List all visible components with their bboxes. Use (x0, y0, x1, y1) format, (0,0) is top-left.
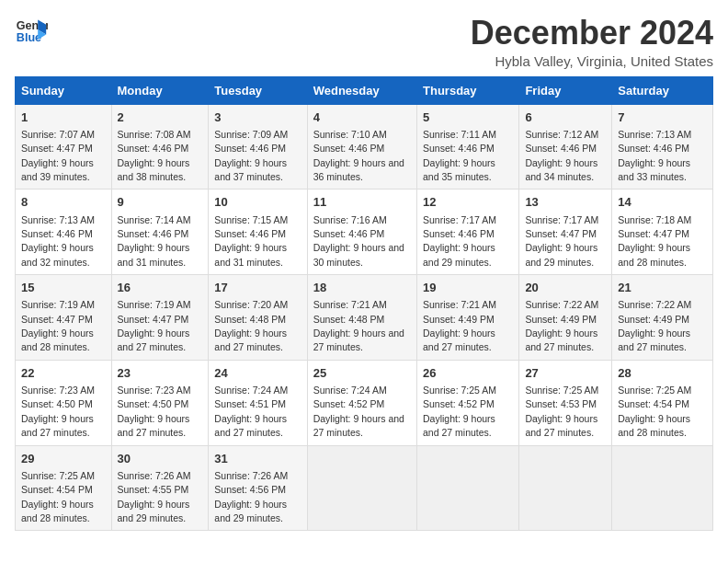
day-info: Sunrise: 7:08 AMSunset: 4:46 PMDaylight:… (118, 129, 191, 182)
col-header-thursday: Thursday (417, 76, 519, 104)
week-row-4: 22Sunrise: 7:23 AMSunset: 4:50 PMDayligh… (16, 360, 713, 445)
day-number: 1 (21, 109, 106, 126)
calendar-cell: 1Sunrise: 7:07 AMSunset: 4:47 PMDaylight… (16, 104, 112, 190)
day-number: 2 (118, 109, 203, 126)
day-number: 5 (423, 109, 513, 126)
col-header-monday: Monday (111, 76, 209, 104)
calendar-cell: 12Sunrise: 7:17 AMSunset: 4:46 PMDayligh… (417, 190, 519, 275)
day-number: 22 (21, 365, 106, 382)
calendar-cell: 29Sunrise: 7:25 AMSunset: 4:54 PMDayligh… (16, 445, 112, 531)
calendar-cell: 26Sunrise: 7:25 AMSunset: 4:52 PMDayligh… (417, 360, 519, 445)
day-number: 27 (525, 365, 606, 382)
calendar-cell: 30Sunrise: 7:26 AMSunset: 4:55 PMDayligh… (111, 445, 209, 531)
day-info: Sunrise: 7:18 AMSunset: 4:47 PMDaylight:… (618, 214, 691, 268)
col-header-saturday: Saturday (612, 76, 713, 104)
calendar-cell: 27Sunrise: 7:25 AMSunset: 4:53 PMDayligh… (519, 360, 612, 445)
day-info: Sunrise: 7:25 AMSunset: 4:53 PMDaylight:… (525, 385, 598, 438)
calendar-cell: 2Sunrise: 7:08 AMSunset: 4:46 PMDaylight… (111, 104, 209, 190)
calendar-cell: 6Sunrise: 7:12 AMSunset: 4:46 PMDaylight… (519, 104, 612, 190)
day-info: Sunrise: 7:21 AMSunset: 4:48 PMDaylight:… (313, 299, 404, 352)
week-row-1: 1Sunrise: 7:07 AMSunset: 4:47 PMDaylight… (16, 104, 713, 190)
day-info: Sunrise: 7:07 AMSunset: 4:47 PMDaylight:… (21, 129, 95, 182)
day-number: 6 (525, 109, 606, 126)
day-number: 19 (423, 280, 513, 296)
day-number: 17 (214, 280, 301, 296)
day-info: Sunrise: 7:17 AMSunset: 4:46 PMDaylight:… (423, 214, 496, 268)
day-info: Sunrise: 7:23 AMSunset: 4:50 PMDaylight:… (118, 385, 191, 438)
day-number: 15 (21, 280, 106, 296)
day-info: Sunrise: 7:24 AMSunset: 4:51 PMDaylight:… (214, 385, 288, 438)
week-row-3: 15Sunrise: 7:19 AMSunset: 4:47 PMDayligh… (16, 275, 713, 361)
day-number: 13 (525, 194, 606, 211)
day-info: Sunrise: 7:17 AMSunset: 4:47 PMDaylight:… (525, 214, 598, 268)
day-info: Sunrise: 7:12 AMSunset: 4:46 PMDaylight:… (525, 129, 598, 182)
day-number: 8 (21, 194, 106, 211)
day-number: 4 (313, 109, 411, 126)
day-info: Sunrise: 7:24 AMSunset: 4:52 PMDaylight:… (313, 385, 404, 438)
calendar-table: SundayMondayTuesdayWednesdayThursdayFrid… (15, 76, 713, 532)
day-info: Sunrise: 7:19 AMSunset: 4:47 PMDaylight:… (21, 299, 95, 352)
day-number: 3 (214, 109, 301, 126)
calendar-cell: 25Sunrise: 7:24 AMSunset: 4:52 PMDayligh… (307, 360, 416, 445)
day-info: Sunrise: 7:21 AMSunset: 4:49 PMDaylight:… (423, 299, 496, 352)
week-row-5: 29Sunrise: 7:25 AMSunset: 4:54 PMDayligh… (16, 445, 713, 531)
day-number: 25 (313, 365, 411, 382)
title-block: December 2024 Hybla Valley, Virginia, Un… (471, 15, 713, 69)
calendar-cell (612, 445, 713, 531)
day-info: Sunrise: 7:22 AMSunset: 4:49 PMDaylight:… (618, 299, 691, 352)
day-info: Sunrise: 7:20 AMSunset: 4:48 PMDaylight:… (214, 299, 288, 352)
week-row-2: 8Sunrise: 7:13 AMSunset: 4:46 PMDaylight… (16, 190, 713, 275)
logo-icon: General Blue (15, 15, 48, 48)
calendar-cell (417, 445, 519, 531)
calendar-cell: 7Sunrise: 7:13 AMSunset: 4:46 PMDaylight… (612, 104, 713, 190)
col-header-wednesday: Wednesday (307, 76, 416, 104)
calendar-cell: 21Sunrise: 7:22 AMSunset: 4:49 PMDayligh… (612, 275, 713, 361)
svg-text:Blue: Blue (17, 31, 41, 44)
day-info: Sunrise: 7:22 AMSunset: 4:49 PMDaylight:… (525, 299, 598, 352)
day-number: 9 (118, 194, 203, 211)
calendar-cell: 11Sunrise: 7:16 AMSunset: 4:46 PMDayligh… (307, 190, 416, 275)
calendar-cell: 22Sunrise: 7:23 AMSunset: 4:50 PMDayligh… (16, 360, 112, 445)
day-info: Sunrise: 7:26 AMSunset: 4:55 PMDaylight:… (118, 470, 191, 523)
calendar-cell: 4Sunrise: 7:10 AMSunset: 4:46 PMDaylight… (307, 104, 416, 190)
calendar-cell: 8Sunrise: 7:13 AMSunset: 4:46 PMDaylight… (16, 190, 112, 275)
day-number: 12 (423, 194, 513, 211)
header-row: SundayMondayTuesdayWednesdayThursdayFrid… (16, 76, 713, 104)
calendar-cell: 10Sunrise: 7:15 AMSunset: 4:46 PMDayligh… (209, 190, 307, 275)
day-number: 14 (618, 194, 707, 211)
day-info: Sunrise: 7:13 AMSunset: 4:46 PMDaylight:… (618, 129, 691, 182)
day-info: Sunrise: 7:09 AMSunset: 4:46 PMDaylight:… (214, 129, 288, 182)
calendar-cell: 20Sunrise: 7:22 AMSunset: 4:49 PMDayligh… (519, 275, 612, 361)
page-header: General Blue December 2024 Hybla Valley,… (15, 15, 713, 69)
day-number: 30 (118, 451, 203, 467)
day-number: 10 (214, 194, 301, 211)
calendar-cell: 23Sunrise: 7:23 AMSunset: 4:50 PMDayligh… (111, 360, 209, 445)
calendar-cell: 18Sunrise: 7:21 AMSunset: 4:48 PMDayligh… (307, 275, 416, 361)
day-number: 21 (618, 280, 707, 296)
day-number: 16 (118, 280, 203, 296)
calendar-cell: 24Sunrise: 7:24 AMSunset: 4:51 PMDayligh… (209, 360, 307, 445)
day-info: Sunrise: 7:15 AMSunset: 4:46 PMDaylight:… (214, 214, 288, 268)
logo: General Blue (15, 15, 48, 48)
day-number: 24 (214, 365, 301, 382)
calendar-cell: 15Sunrise: 7:19 AMSunset: 4:47 PMDayligh… (16, 275, 112, 361)
calendar-cell: 3Sunrise: 7:09 AMSunset: 4:46 PMDaylight… (209, 104, 307, 190)
col-header-tuesday: Tuesday (209, 76, 307, 104)
calendar-cell: 14Sunrise: 7:18 AMSunset: 4:47 PMDayligh… (612, 190, 713, 275)
calendar-cell (307, 445, 416, 531)
calendar-cell: 17Sunrise: 7:20 AMSunset: 4:48 PMDayligh… (209, 275, 307, 361)
calendar-cell: 13Sunrise: 7:17 AMSunset: 4:47 PMDayligh… (519, 190, 612, 275)
day-info: Sunrise: 7:25 AMSunset: 4:52 PMDaylight:… (423, 385, 496, 438)
calendar-cell: 16Sunrise: 7:19 AMSunset: 4:47 PMDayligh… (111, 275, 209, 361)
day-info: Sunrise: 7:16 AMSunset: 4:46 PMDaylight:… (313, 214, 404, 268)
day-info: Sunrise: 7:23 AMSunset: 4:50 PMDaylight:… (21, 385, 95, 438)
col-header-sunday: Sunday (16, 76, 112, 104)
day-number: 29 (21, 451, 106, 467)
day-number: 7 (618, 109, 707, 126)
day-info: Sunrise: 7:14 AMSunset: 4:46 PMDaylight:… (118, 214, 191, 268)
day-number: 11 (313, 194, 411, 211)
day-info: Sunrise: 7:19 AMSunset: 4:47 PMDaylight:… (118, 299, 191, 352)
day-info: Sunrise: 7:25 AMSunset: 4:54 PMDaylight:… (21, 470, 95, 523)
day-number: 23 (118, 365, 203, 382)
calendar-cell: 9Sunrise: 7:14 AMSunset: 4:46 PMDaylight… (111, 190, 209, 275)
